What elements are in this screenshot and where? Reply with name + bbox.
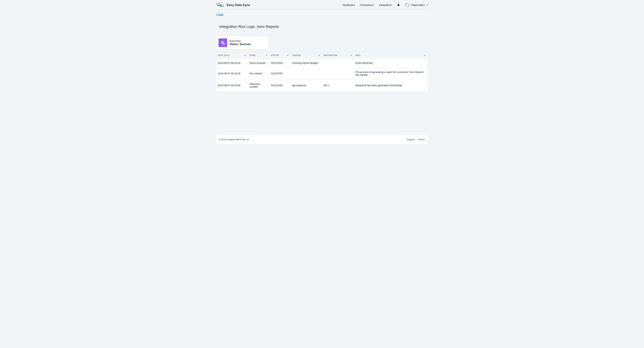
cell-status: SUCCESS xyxy=(269,68,290,80)
status-card-value: Status: Success xyxy=(230,43,251,46)
column-header-info[interactable]: INFO xyxy=(354,52,428,59)
cell-name: Resource created xyxy=(248,80,269,91)
cell-source: api response xyxy=(290,80,322,91)
column-header-date[interactable]: DATE (UTC) xyxy=(216,52,248,59)
column-header-status[interactable]: STATUS xyxy=(269,52,290,59)
column-header-destination[interactable]: DESTINATION xyxy=(322,52,354,59)
brand-name: Easy Data Sync xyxy=(227,3,250,7)
footer-copyright: © 2022 Original Mind Pty Ltd xyxy=(219,138,249,141)
svg-text:eds: eds xyxy=(218,4,222,7)
cell-status: SUCCESS xyxy=(269,80,290,91)
cell-source: Fetching reports Budget xyxy=(290,59,322,68)
organisation-dropdown[interactable]: Organisation xyxy=(405,3,428,7)
cell-status: SUCCESS xyxy=(269,59,290,68)
table-row: 2023-09-07 08:16:26 Resource created SUC… xyxy=(216,80,428,91)
cell-info: Event Received. xyxy=(354,59,428,68)
logo-group[interactable]: eds Easy Data Sync xyxy=(216,3,250,8)
cell-destination xyxy=(322,68,354,80)
avatar-icon xyxy=(405,3,410,7)
cell-info: Response has been generated successfully… xyxy=(354,80,428,91)
organisation-label: Organisation xyxy=(411,4,425,6)
chevron-down-icon xyxy=(426,4,428,6)
cell-date: 2023-09-07 08:16:26 xyxy=(216,80,248,91)
caret-down-icon xyxy=(350,55,352,56)
cell-source xyxy=(290,68,322,80)
column-header-source-label: SOURCE xyxy=(292,54,301,56)
column-header-source[interactable]: SOURCE xyxy=(290,52,322,59)
header: eds Easy Data Sync Dashboard Connections… xyxy=(216,0,428,10)
nav-connections[interactable]: Connections xyxy=(360,4,374,6)
cell-destination xyxy=(322,59,354,68)
table-row: 2023-09-07 08:16:26 Event received SUCCE… xyxy=(216,59,428,68)
logs-table: DATE (UTC) NAME STATUS SOURCE DESTINATIO… xyxy=(216,52,428,91)
caret-down-icon xyxy=(424,55,426,56)
column-header-destination-label: DESTINATION xyxy=(324,54,337,56)
nav-integrations[interactable]: Integrations xyxy=(379,4,392,6)
footer-support-link[interactable]: Support xyxy=(407,138,415,141)
page-title: Integration Run Logs: Xero Reports xyxy=(216,25,428,29)
brand-logo-icon: eds xyxy=(216,3,224,8)
caret-down-icon xyxy=(244,55,246,56)
column-header-info-label: INFO xyxy=(356,54,360,56)
svg-point-3 xyxy=(406,4,408,5)
cell-date: 2023-09-07 08:16:26 xyxy=(216,59,248,68)
cell-info: The process of generating a report for c… xyxy=(354,68,428,80)
column-header-date-label: DATE (UTC) xyxy=(218,54,230,56)
cell-name: Run started xyxy=(248,68,269,80)
column-header-name-label: NAME xyxy=(250,54,256,56)
gears-icon xyxy=(218,38,227,47)
back-link[interactable]: < Back xyxy=(216,13,223,16)
column-header-name[interactable]: NAME xyxy=(248,52,269,59)
column-header-status-label: STATUS xyxy=(271,54,279,56)
caret-down-icon xyxy=(318,55,320,56)
nav: Dashboard Connections Integrations Organ… xyxy=(342,3,428,7)
nav-dashboard[interactable]: Dashboard xyxy=(342,4,355,6)
status-card-label: Event Run xyxy=(230,40,251,42)
cell-destination: API 1 xyxy=(322,80,354,91)
footer: © 2022 Original Mind Pty Ltd Support Sta… xyxy=(216,135,428,144)
cell-date: 2023-09-07 08:16:26 xyxy=(216,68,248,80)
cell-name: Event received xyxy=(248,59,269,68)
footer-status-link[interactable]: Status xyxy=(418,138,425,141)
caret-down-icon xyxy=(266,55,267,56)
table-row: 2023-09-07 08:16:26 Run started SUCCESS … xyxy=(216,68,428,80)
bell-icon[interactable] xyxy=(397,4,400,6)
status-card: Event Run Status: Success xyxy=(216,36,269,50)
caret-down-icon xyxy=(287,55,288,56)
